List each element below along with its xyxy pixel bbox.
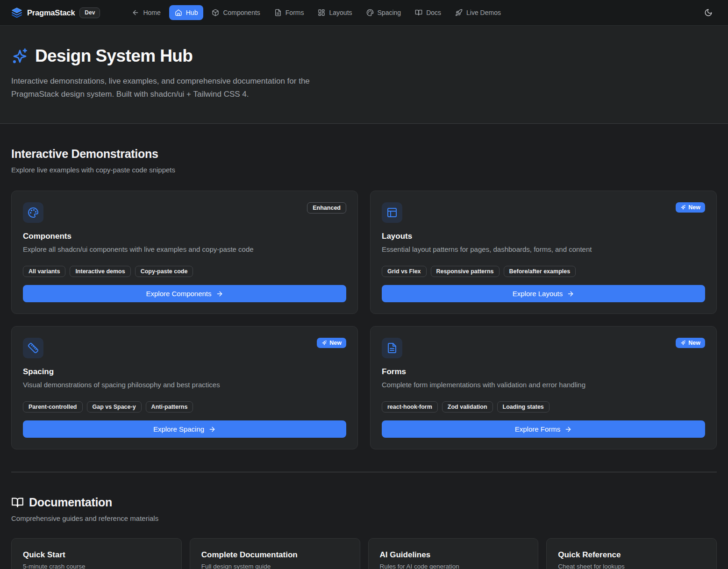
theme-toggle-button[interactable] (700, 4, 717, 21)
card-description: Explore all shadcn/ui components with li… (23, 244, 346, 254)
box-icon (212, 9, 219, 16)
arrow-left-icon (132, 9, 139, 16)
card-title: Components (23, 232, 346, 241)
book-open-icon (415, 9, 422, 16)
tag-row: Grid vs Flex Responsive patterns Before/… (382, 266, 705, 277)
nav-label: Spacing (378, 9, 401, 16)
layout-grid-icon (318, 9, 325, 16)
docs-section-title: Documentation (11, 496, 717, 509)
doc-card-description: Cheat sheet for lookups (558, 563, 705, 569)
file-text-icon (382, 338, 402, 358)
file-text-icon (274, 9, 282, 16)
demo-card-components: Enhanced Components Explore all shadcn/u… (11, 191, 358, 314)
brand-name: PragmaStack (27, 8, 75, 17)
demos-section-title: Interactive Demonstrations (11, 147, 717, 161)
home-icon (175, 9, 182, 16)
nav-item-docs[interactable]: Docs (409, 5, 447, 20)
nav-item-home[interactable]: Home (126, 5, 166, 20)
brand-dev-badge: Dev (79, 7, 100, 18)
arrow-right-icon (208, 426, 216, 433)
tag-badge: Zod validation (442, 401, 493, 413)
sparkles-icon (680, 205, 686, 210)
explore-layouts-button[interactable]: Explore Layouts (382, 285, 705, 302)
demo-card-forms: New Forms Complete form implementations … (370, 326, 717, 449)
new-badge: New (317, 338, 346, 348)
nav-item-spacing[interactable]: Spacing (361, 5, 407, 20)
tag-badge: All variants (23, 266, 65, 277)
tag-badge: Interactive demos (70, 266, 130, 277)
rocket-icon (455, 9, 463, 16)
new-badge: New (676, 338, 705, 348)
doc-card-title: Quick Start (23, 550, 170, 560)
badge-label: New (688, 340, 700, 346)
sparkles-icon (11, 48, 29, 65)
button-label: Explore Forms (515, 425, 561, 433)
demo-card-grid: Enhanced Components Explore all shadcn/u… (11, 191, 717, 449)
doc-card-quick-start[interactable]: Quick Start 5-minute crash course (11, 538, 182, 569)
button-label: Explore Components (146, 290, 211, 298)
nav-label: Forms (285, 9, 304, 16)
nav-item-components[interactable]: Components (206, 5, 265, 20)
demos-section-subtitle: Explore live examples with copy-paste co… (11, 166, 717, 174)
nav-label: Components (223, 9, 260, 16)
tag-row: All variants Interactive demos Copy-past… (23, 266, 346, 277)
nav-label: Layouts (329, 9, 352, 16)
doc-card-title: AI Guidelines (380, 550, 527, 560)
arrow-right-icon (216, 290, 223, 298)
doc-card-ai-guidelines[interactable]: AI Guidelines Rules for AI code generati… (368, 538, 539, 569)
card-description: Visual demonstrations of spacing philoso… (23, 380, 346, 390)
section-divider (11, 472, 717, 472)
button-label: Explore Spacing (153, 425, 204, 433)
hero-section: Design System Hub Interactive demonstrat… (0, 26, 728, 124)
card-title: Forms (382, 367, 705, 377)
book-open-icon (11, 496, 24, 509)
arrow-right-icon (564, 426, 572, 433)
moon-icon (704, 8, 713, 17)
tag-badge: Responsive patterns (431, 266, 500, 277)
demo-card-layouts: New Layouts Essential layout patterns fo… (370, 191, 717, 314)
nav-label: Docs (426, 9, 441, 16)
explore-forms-button[interactable]: Explore Forms (382, 420, 705, 438)
docs-heading-label: Documentation (29, 496, 112, 509)
layers-icon (11, 7, 22, 18)
tag-badge: Copy-paste code (135, 266, 193, 277)
card-description: Essential layout patterns for pages, das… (382, 244, 705, 254)
arrow-right-icon (567, 290, 574, 298)
main-content: Interactive Demonstrations Explore live … (0, 147, 728, 569)
doc-card-quick-reference[interactable]: Quick Reference Cheat sheet for lookups (546, 538, 717, 569)
main-nav: Home Hub Components Forms Layouts (126, 5, 507, 20)
status-badge: Enhanced (307, 202, 346, 213)
card-title: Spacing (23, 367, 346, 377)
nav-item-forms[interactable]: Forms (269, 5, 310, 20)
card-title: Layouts (382, 232, 705, 241)
ruler-icon (23, 338, 43, 358)
doc-card-grid: Quick Start 5-minute crash course Comple… (11, 538, 717, 569)
tag-badge: Parent-controlled (23, 401, 83, 413)
nav-item-layouts[interactable]: Layouts (312, 5, 357, 20)
navbar: PragmaStack Dev Home Hub Components Fo (0, 0, 728, 26)
new-badge: New (676, 202, 705, 213)
doc-card-title: Complete Documentation (201, 550, 349, 560)
tag-badge: Loading states (497, 401, 550, 413)
page-description: Interactive demonstrations, live example… (11, 75, 355, 101)
sparkles-icon (680, 340, 686, 346)
nav-item-hub[interactable]: Hub (169, 5, 204, 20)
demo-card-spacing: New Spacing Visual demonstrations of spa… (11, 326, 358, 449)
docs-section-subtitle: Comprehensive guides and reference mater… (11, 514, 717, 522)
nav-item-live-demos[interactable]: Live Demos (450, 5, 507, 20)
nav-label: Home (143, 9, 160, 16)
doc-card-description: Full design system guide (201, 563, 349, 569)
explore-components-button[interactable]: Explore Components (23, 285, 346, 302)
nav-label: Hub (186, 9, 198, 16)
badge-label: New (329, 340, 342, 346)
card-description: Complete form implementations with valid… (382, 380, 705, 390)
page-title: Design System Hub (35, 46, 193, 66)
badge-label: New (688, 204, 700, 211)
tag-badge: Grid vs Flex (382, 266, 427, 277)
palette-icon (366, 9, 374, 16)
doc-card-complete-documentation[interactable]: Complete Documentation Full design syste… (190, 538, 360, 569)
explore-spacing-button[interactable]: Explore Spacing (23, 420, 346, 438)
tag-badge: Anti-patterns (146, 401, 193, 413)
brand[interactable]: PragmaStack Dev (11, 7, 100, 18)
doc-card-title: Quick Reference (558, 550, 705, 560)
